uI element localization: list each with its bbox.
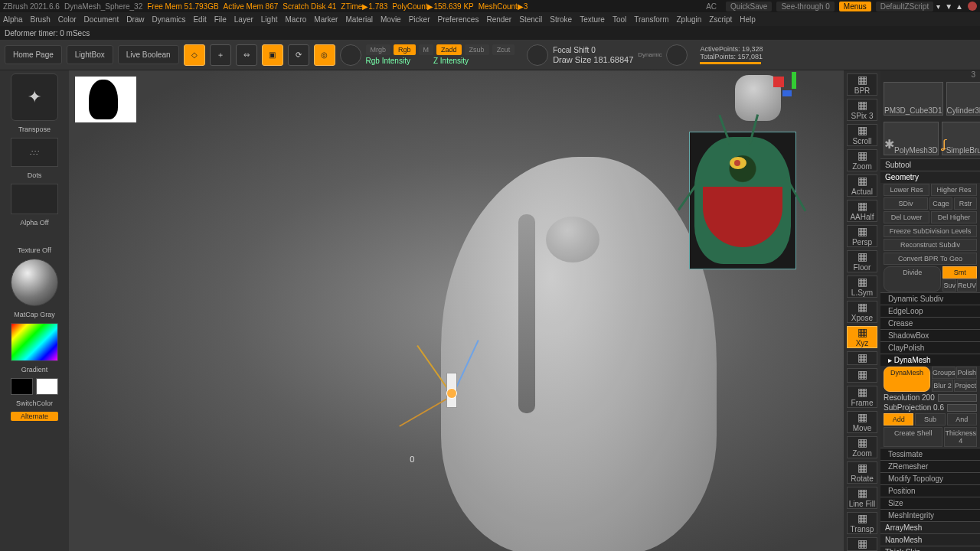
menu-movie[interactable]: Movie <box>381 15 401 24</box>
menu-layer[interactable]: Layer <box>234 15 253 24</box>
collapse-down-icon[interactable]: ▼ <box>945 2 952 11</box>
tool-s1[interactable]: ▦ <box>847 351 877 365</box>
rstr-button[interactable]: Rstr <box>954 197 977 210</box>
menu-picker[interactable]: Picker <box>409 15 430 24</box>
section-size[interactable]: Size <box>880 497 980 509</box>
tool-move2[interactable]: ▦Move <box>847 411 877 433</box>
cage-button[interactable]: Cage <box>929 197 952 210</box>
section-modify-topology[interactable]: Modify Topology <box>880 472 980 484</box>
lower-res-button[interactable]: Lower Res <box>884 184 929 196</box>
add-button[interactable]: Add <box>884 413 913 425</box>
lightbox-button[interactable]: LightBox <box>67 45 113 64</box>
zsub-button[interactable]: Zsub <box>465 44 489 55</box>
tool-s2[interactable]: ▦ <box>847 368 877 382</box>
section-dynamic-subdiv[interactable]: Dynamic Subdiv <box>880 292 980 305</box>
menu-stencil[interactable]: Stencil <box>519 15 542 24</box>
section-position[interactable]: Position <box>880 484 980 497</box>
reuv-button[interactable]: ReUV <box>957 279 977 292</box>
m-button[interactable]: M <box>419 44 434 55</box>
home-page-button[interactable]: Home Page <box>5 45 62 64</box>
tool-transp[interactable]: ▦Transp <box>847 512 877 534</box>
menu-texture[interactable]: Texture <box>580 15 605 24</box>
subproj-bar[interactable] <box>947 404 977 412</box>
subprojection-slider[interactable]: SubProjection 0.6 <box>884 403 944 412</box>
mrgb-button[interactable]: Mrgb <box>366 44 391 55</box>
sdiv-slider[interactable]: SDiv <box>884 197 928 210</box>
tool-spix[interactable]: ▦SPix 3 <box>847 99 877 121</box>
menu-draw[interactable]: Draw <box>126 15 144 24</box>
rotate-mode-button[interactable]: ⟳ <box>288 44 309 66</box>
menu-dynamics[interactable]: Dynamics <box>152 15 186 24</box>
menus-button[interactable]: Menus <box>839 2 871 11</box>
tool-thumb-4[interactable]: ʆSimpleBrush <box>942 122 980 155</box>
tool-actual[interactable]: ▦Actual <box>847 174 877 197</box>
tool-thumb-1[interactable]: PM3D_Cube3D1 <box>884 82 943 116</box>
tool-thumb-2[interactable]: Cylinder3D1 <box>946 82 980 116</box>
close-icon[interactable] <box>968 2 977 11</box>
alternate-button[interactable]: Alternate <box>11 412 58 421</box>
menu-alpha[interactable]: Alpha <box>3 15 23 24</box>
menu-zplugin[interactable]: Zplugin <box>677 15 702 24</box>
live-boolean-button[interactable]: Live Boolean <box>118 45 179 64</box>
del-lower-button[interactable]: Del Lower <box>884 211 929 223</box>
convert-bpr-button[interactable]: Convert BPR To Geo <box>884 253 977 265</box>
divide-button[interactable]: Divide <box>884 266 941 292</box>
menu-render[interactable]: Render <box>486 15 511 24</box>
menu-brush[interactable]: Brush <box>31 15 51 24</box>
reconstruct-subdiv-button[interactable]: Reconstruct Subdiv <box>884 239 977 251</box>
menu-color[interactable]: Color <box>58 15 77 24</box>
scale-mode-button[interactable]: ▣ <box>262 44 283 66</box>
menu-file[interactable]: File <box>214 15 227 24</box>
groups-button[interactable]: Groups <box>932 367 956 379</box>
higher-res-button[interactable]: Higher Res <box>931 184 977 196</box>
alpha-swatch[interactable] <box>11 184 58 214</box>
and-button[interactable]: And <box>947 413 977 425</box>
tool-persp[interactable]: ▦Persp <box>847 225 877 247</box>
section-shadowbox[interactable]: ShadowBox <box>880 329 980 341</box>
edit-mode-button[interactable]: ◇ <box>184 44 205 66</box>
menu-edit[interactable]: Edit <box>193 15 206 24</box>
quicksave-button[interactable]: QuickSave <box>726 2 772 11</box>
sculptris-dial[interactable] <box>340 44 361 66</box>
focal-dial[interactable] <box>527 44 548 66</box>
project-button[interactable]: Project <box>954 380 977 392</box>
blur-slider[interactable]: Blur 2 <box>932 380 953 392</box>
polish-button[interactable]: Polish <box>956 367 977 379</box>
smt-button[interactable]: Smt <box>942 266 977 279</box>
tool-frame[interactable]: ▦Frame <box>847 386 877 408</box>
menu-stroke[interactable]: Stroke <box>550 15 572 24</box>
see-through[interactable]: See-through 0 <box>776 2 834 11</box>
menu-zscript[interactable]: Zscript <box>709 15 732 24</box>
transpose-gizmo[interactable] <box>394 334 509 449</box>
section-crease[interactable]: Crease <box>880 317 980 329</box>
reference-image[interactable] <box>689 132 796 269</box>
tool-lf[interactable]: ▦Line Fill <box>847 487 877 509</box>
size-dial[interactable] <box>666 44 688 66</box>
menu-light[interactable]: Light <box>261 15 278 24</box>
dots-stroke[interactable]: ∴∵ <box>11 138 58 167</box>
menu-preferences[interactable]: Preferences <box>437 15 479 24</box>
resolution-slider[interactable]: Resolution 200 <box>884 393 935 402</box>
switchcolor-label[interactable]: SwitchColor <box>16 399 53 407</box>
tool-floor[interactable]: ▦Floor <box>847 250 877 272</box>
zadd-button[interactable]: Zadd <box>436 44 462 55</box>
tool-solo[interactable]: ▦ <box>847 537 877 551</box>
tool-rot[interactable]: ▦Rotate <box>847 461 877 484</box>
color-swatches[interactable] <box>11 378 58 395</box>
tool-thumb-3[interactable]: ✱PolyMesh3D <box>884 122 939 155</box>
zcut-button[interactable]: Zcut <box>492 44 515 55</box>
tool-zoom2[interactable]: ▦Zoom <box>847 436 877 458</box>
res-bar[interactable] <box>938 394 977 402</box>
tool-aahalf[interactable]: ▦AAHalf <box>847 200 877 222</box>
matcap-swatch[interactable] <box>11 259 58 306</box>
section-claypolish[interactable]: ClayPolish <box>880 341 980 354</box>
color-picker[interactable] <box>11 323 58 361</box>
menu-tool[interactable]: Tool <box>612 15 626 24</box>
section-zremesher[interactable]: ZRemesher <box>880 460 980 472</box>
section-edgeloop[interactable]: EdgeLoop <box>880 305 980 317</box>
section-arraymesh[interactable]: ArrayMesh <box>880 521 980 533</box>
dynamesh-button[interactable]: DynaMesh <box>884 367 930 392</box>
section-tessimate[interactable]: Tessimate <box>880 448 980 460</box>
mesh-arm[interactable] <box>518 214 535 413</box>
draw-mode-button[interactable]: ＋ <box>210 44 231 66</box>
